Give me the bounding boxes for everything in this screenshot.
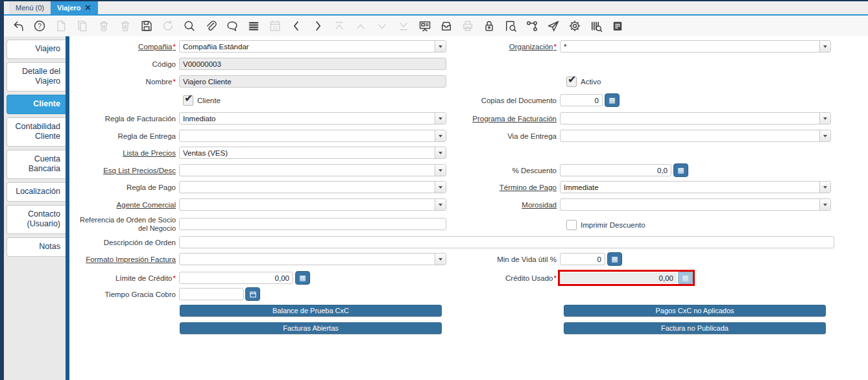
- lock-icon[interactable]: [483, 19, 496, 32]
- referencia-orden-input[interactable]: [179, 218, 446, 230]
- chevron-down-icon[interactable]: [435, 254, 446, 265]
- lista-precios-value[interactable]: [180, 147, 435, 158]
- organizacion-label[interactable]: Organización: [455, 43, 557, 51]
- activo-checkbox[interactable]: [566, 77, 577, 87]
- descuento-input[interactable]: [560, 164, 671, 176]
- save-icon[interactable]: [140, 19, 153, 32]
- via-entrega-select[interactable]: [560, 130, 831, 142]
- copias-documento-input[interactable]: [560, 94, 603, 106]
- agente-comercial-value[interactable]: [180, 199, 435, 210]
- chevron-down-icon[interactable]: [819, 182, 830, 193]
- compania-value[interactable]: [180, 41, 435, 52]
- row-formato: Formato Impresión Factura Min de Vida út…: [69, 252, 868, 266]
- formato-impresion-value[interactable]: [180, 254, 435, 265]
- descripcion-orden-input[interactable]: [179, 236, 834, 248]
- chevron-down-icon[interactable]: [435, 199, 446, 210]
- balance-prueba-cxc-button[interactable]: Balance de Prueba CxC: [180, 305, 442, 316]
- imprimir-descuento-checkbox[interactable]: [566, 220, 577, 230]
- zoom-across-icon[interactable]: [504, 19, 517, 32]
- facturas-abiertas-button[interactable]: Facturas Abiertas: [180, 322, 442, 334]
- find-icon[interactable]: [183, 19, 196, 32]
- termino-pago-value[interactable]: [561, 182, 819, 193]
- chevron-down-icon[interactable]: [819, 41, 830, 52]
- factura-no-publicada-button[interactable]: Factura no Publicada: [564, 322, 826, 334]
- esq-list-precios-label[interactable]: Esq List Precios/Desc: [72, 167, 176, 174]
- calculator-button[interactable]: ▦: [605, 93, 620, 107]
- cliente-checkbox[interactable]: [183, 95, 193, 106]
- calendar-button[interactable]: [245, 287, 260, 301]
- compania-label[interactable]: Compañia: [72, 43, 176, 51]
- agente-comercial-select[interactable]: [179, 198, 446, 211]
- morosidad-select[interactable]: [560, 198, 831, 211]
- termino-pago-label[interactable]: Término de Pago: [455, 184, 557, 191]
- calculator-button[interactable]: ▦: [607, 252, 622, 266]
- sidebar-tab-viajero[interactable]: Viajero: [6, 40, 66, 59]
- min-vida-util-input[interactable]: [560, 253, 605, 265]
- agente-comercial-label[interactable]: Agente Comercial: [72, 201, 176, 209]
- compania-select[interactable]: [179, 40, 446, 53]
- close-icon[interactable]: ✕: [85, 4, 91, 12]
- detail-record-icon[interactable]: [311, 19, 324, 32]
- lista-precios-select[interactable]: [179, 147, 446, 159]
- regla-facturacion-select[interactable]: [179, 112, 446, 125]
- chevron-down-icon[interactable]: [435, 41, 446, 52]
- help-icon[interactable]: ?: [33, 19, 46, 32]
- formato-impresion-label[interactable]: Formato Impresión Factura: [72, 255, 176, 263]
- chevron-down-icon[interactable]: [819, 113, 830, 124]
- request-icon[interactable]: [547, 19, 560, 32]
- formato-impresion-select[interactable]: [179, 253, 446, 265]
- regla-entrega-select[interactable]: [179, 130, 446, 142]
- termino-pago-select[interactable]: [560, 181, 831, 193]
- regla-entrega-value[interactable]: [180, 130, 435, 141]
- grid-toggle-icon[interactable]: [247, 19, 260, 32]
- product-info-icon[interactable]: [590, 19, 603, 32]
- chevron-down-icon[interactable]: [435, 130, 446, 141]
- programa-facturacion-select[interactable]: [560, 112, 831, 125]
- chat-icon[interactable]: [226, 19, 239, 32]
- sidebar-tab-contabilidad-cliente[interactable]: Contabilidad Cliente: [6, 117, 66, 147]
- esq-list-precios-select[interactable]: [179, 164, 446, 176]
- sidebar-tab-contacto-usuario[interactable]: Contacto (Usuario): [6, 205, 66, 234]
- credito-usado-input[interactable]: [560, 272, 677, 283]
- archive-icon[interactable]: [440, 19, 453, 32]
- codigo-input[interactable]: [179, 58, 446, 70]
- programa-facturacion-label[interactable]: Programa de Facturación: [455, 115, 557, 123]
- chevron-down-icon[interactable]: [819, 130, 830, 141]
- limite-credito-input[interactable]: [179, 272, 293, 284]
- chevron-down-icon[interactable]: [435, 113, 446, 124]
- chevron-down-icon[interactable]: [435, 147, 446, 158]
- sidebar-tab-detalle-del-viajero[interactable]: Detalle del Viajero: [6, 62, 66, 91]
- programa-facturacion-value[interactable]: [561, 113, 819, 124]
- sidebar-tab-localizacion[interactable]: Localización: [6, 182, 66, 202]
- tab-menu[interactable]: Menú (0): [9, 1, 51, 14]
- report-icon[interactable]: [418, 19, 431, 32]
- undo-icon[interactable]: [12, 19, 25, 32]
- regla-facturacion-value[interactable]: [180, 113, 435, 124]
- parent-record-icon[interactable]: [290, 19, 303, 32]
- chevron-down-icon[interactable]: [819, 199, 830, 210]
- chevron-down-icon[interactable]: [435, 165, 446, 176]
- organizacion-select[interactable]: [560, 40, 831, 53]
- tiempo-gracia-input[interactable]: [179, 288, 244, 300]
- attachment-icon[interactable]: [204, 19, 217, 32]
- calculator-button[interactable]: ▦: [295, 271, 310, 285]
- morosidad-value[interactable]: [561, 199, 819, 210]
- esq-list-precios-value[interactable]: [180, 165, 435, 176]
- morosidad-label[interactable]: Morosidad: [455, 201, 557, 209]
- report-document-icon[interactable]: [611, 19, 624, 32]
- sidebar-tab-cliente[interactable]: Cliente: [6, 95, 66, 114]
- via-entrega-value[interactable]: [561, 130, 819, 141]
- regla-pago-value[interactable]: [180, 182, 435, 193]
- tab-viajero[interactable]: Viajero ✕: [51, 1, 98, 14]
- organizacion-value[interactable]: [561, 41, 819, 52]
- regla-pago-select[interactable]: [179, 181, 446, 193]
- pagos-cxc-no-aplicados-button[interactable]: Pagos CxC no Aplicados: [564, 305, 826, 316]
- nombre-input[interactable]: [179, 75, 446, 88]
- lista-precios-label[interactable]: Lista de Precios: [72, 149, 176, 157]
- sidebar-tab-notas[interactable]: Notas: [6, 237, 66, 257]
- calculator-button[interactable]: ▦: [673, 163, 688, 177]
- sidebar-tab-cuenta-bancaria[interactable]: Cuenta Bancaria: [6, 150, 66, 179]
- preferences-icon[interactable]: [568, 19, 581, 32]
- workflow-icon[interactable]: [525, 19, 538, 32]
- chevron-down-icon[interactable]: [435, 182, 446, 193]
